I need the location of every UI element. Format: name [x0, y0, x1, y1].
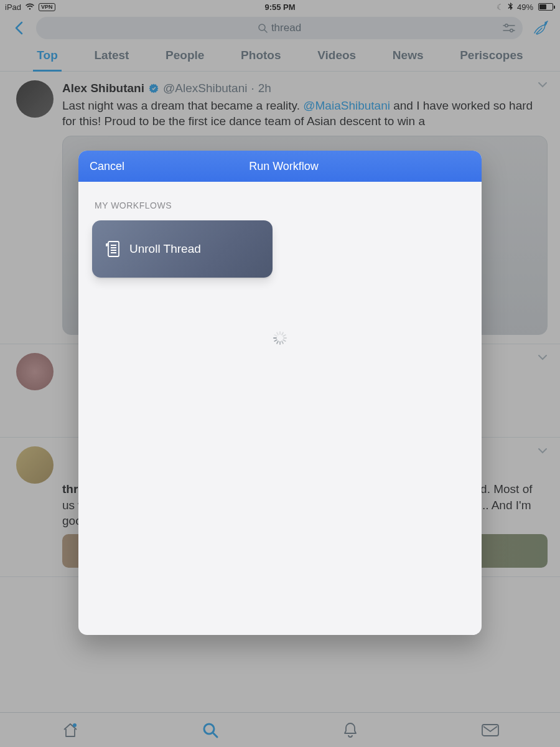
- modal-header: Cancel Run Workflow: [78, 151, 482, 182]
- svg-rect-11: [108, 242, 119, 256]
- section-label: MY WORKFLOWS: [95, 200, 465, 210]
- modal-body: MY WORKFLOWS Unroll Thread: [78, 182, 482, 364]
- workflow-card-unroll-thread[interactable]: Unroll Thread: [92, 220, 273, 278]
- loading-spinner-icon: [273, 331, 287, 345]
- cancel-button[interactable]: Cancel: [78, 160, 136, 173]
- workflow-modal: Cancel Run Workflow MY WORKFLOWS Unroll …: [78, 151, 482, 635]
- modal-title: Run Workflow: [136, 160, 482, 173]
- document-icon: [105, 240, 121, 258]
- workflow-name: Unroll Thread: [129, 242, 201, 256]
